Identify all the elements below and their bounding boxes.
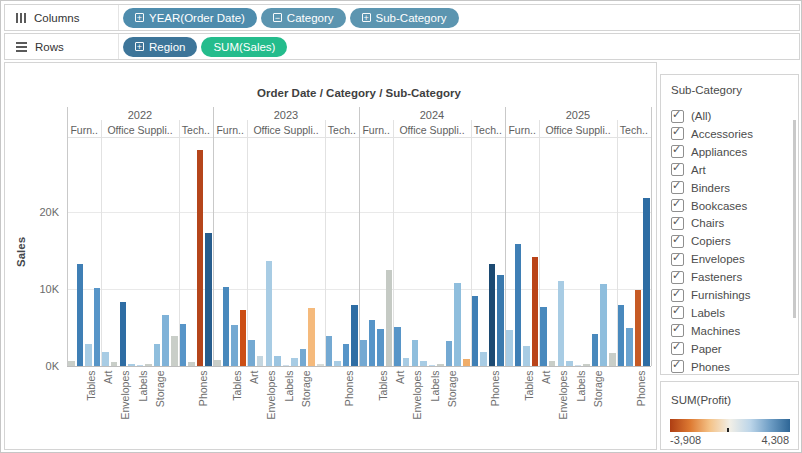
bar-2022-binders[interactable]: [120, 302, 127, 366]
checkbox-checked-icon[interactable]: ✓: [671, 199, 684, 212]
bar-2025-tables[interactable]: [532, 257, 539, 366]
collapse-minus-icon[interactable]: −: [273, 13, 282, 22]
bar-2024-fasteners[interactable]: [429, 365, 436, 366]
bar-2023-supplies[interactable]: [317, 364, 324, 366]
filter-item-envelopes[interactable]: ✓Envelopes: [671, 251, 745, 267]
bar-2025-art[interactable]: [549, 361, 556, 366]
bar-2025-accessories[interactable]: [618, 305, 625, 366]
bar-2024-furnishings[interactable]: [377, 329, 384, 366]
checkbox-checked-icon[interactable]: ✓: [671, 217, 684, 230]
bar-2025-binders[interactable]: [558, 281, 565, 366]
filter-item-all[interactable]: ✓(All): [671, 108, 711, 124]
bar-2024-machines[interactable]: [489, 264, 496, 366]
bar-2022-chairs[interactable]: [77, 264, 84, 366]
checkbox-checked-icon[interactable]: ✓: [671, 127, 684, 140]
checkbox-checked-icon[interactable]: ✓: [671, 145, 684, 158]
bar-2025-labels[interactable]: [583, 364, 590, 366]
expand-plus-icon[interactable]: +: [135, 13, 144, 22]
bar-2022-tables[interactable]: [94, 288, 101, 366]
expand-plus-icon[interactable]: +: [362, 13, 371, 22]
filter-item-appliances[interactable]: ✓Appliances: [671, 144, 747, 160]
filter-item-phones[interactable]: ✓Phones: [671, 359, 730, 375]
bar-2023-binders[interactable]: [266, 261, 273, 366]
bar-2022-accessories[interactable]: [180, 324, 187, 366]
bar-2024-envelopes[interactable]: [420, 361, 427, 366]
filter-item-art[interactable]: ✓Art: [671, 162, 706, 178]
bar-2023-appliances[interactable]: [248, 340, 255, 366]
bar-2023-copiers[interactable]: [334, 361, 341, 366]
pill-category[interactable]: −Category: [261, 8, 346, 28]
filter-item-paper[interactable]: ✓Paper: [671, 341, 722, 357]
bar-2025-envelopes[interactable]: [566, 361, 573, 366]
bar-2023-storage[interactable]: [308, 308, 315, 366]
bar-2025-bookcases[interactable]: [506, 330, 513, 366]
bar-2022-machines[interactable]: [197, 150, 204, 366]
columns-pill-tray[interactable]: +YEAR(Order Date)−Category+Sub-Category: [119, 5, 799, 30]
bar-2023-bookcases[interactable]: [214, 360, 221, 366]
filter-item-machines[interactable]: ✓Machines: [671, 323, 740, 339]
checkbox-checked-icon[interactable]: ✓: [671, 324, 684, 337]
bar-2024-appliances[interactable]: [394, 327, 401, 366]
pill-year-order-date-[interactable]: +YEAR(Order Date): [123, 8, 257, 28]
expand-plus-icon[interactable]: +: [135, 42, 144, 51]
checkbox-checked-icon[interactable]: ✓: [671, 181, 684, 194]
bar-2023-paper[interactable]: [300, 349, 307, 366]
bar-2024-phones[interactable]: [497, 275, 504, 366]
filter-item-binders[interactable]: ✓Binders: [671, 180, 730, 196]
bar-2022-supplies[interactable]: [171, 336, 178, 366]
bar-2022-copiers[interactable]: [188, 362, 195, 366]
bar-2024-accessories[interactable]: [472, 296, 479, 366]
bar-2023-chairs[interactable]: [223, 287, 230, 366]
bar-2023-art[interactable]: [257, 356, 264, 366]
bar-2023-fasteners[interactable]: [283, 365, 290, 366]
bar-2022-phones[interactable]: [205, 233, 212, 366]
bar-2022-art[interactable]: [111, 362, 118, 366]
bar-2023-envelopes[interactable]: [274, 356, 281, 366]
bar-2025-phones[interactable]: [643, 198, 650, 366]
filter-item-labels[interactable]: ✓Labels: [671, 305, 725, 321]
checkbox-checked-icon[interactable]: ✓: [671, 360, 684, 373]
bar-2024-storage[interactable]: [454, 283, 461, 366]
bar-2025-chairs[interactable]: [515, 244, 522, 366]
bar-2022-appliances[interactable]: [102, 352, 109, 366]
bar-2024-bookcases[interactable]: [360, 340, 367, 366]
bar-2025-paper[interactable]: [592, 334, 599, 366]
profit-gradient-bar[interactable]: [670, 419, 790, 432]
rows-pill-tray[interactable]: +RegionSUM(Sales): [119, 34, 799, 59]
bar-2025-copiers[interactable]: [626, 328, 633, 366]
bar-2025-supplies[interactable]: [609, 353, 616, 366]
filter-item-fasteners[interactable]: ✓Fasteners: [671, 269, 742, 285]
pill-sum-sales-[interactable]: SUM(Sales): [201, 37, 287, 57]
bar-2023-phones[interactable]: [351, 305, 358, 366]
bar-2022-bookcases[interactable]: [68, 361, 75, 366]
bar-2022-labels[interactable]: [145, 364, 152, 366]
filter-item-accessories[interactable]: ✓Accessories: [671, 126, 753, 142]
bar-2023-machines[interactable]: [343, 344, 350, 366]
bar-2025-storage[interactable]: [600, 284, 607, 366]
bar-2025-appliances[interactable]: [540, 307, 547, 366]
bar-2022-paper[interactable]: [154, 344, 161, 366]
pill-region[interactable]: +Region: [123, 37, 197, 57]
bar-2023-labels[interactable]: [291, 358, 298, 366]
checkbox-checked-icon[interactable]: ✓: [671, 271, 684, 284]
checkbox-checked-icon[interactable]: ✓: [671, 110, 684, 123]
bar-2024-tables[interactable]: [386, 270, 393, 366]
checkbox-checked-icon[interactable]: ✓: [671, 306, 684, 319]
bar-2022-storage[interactable]: [162, 315, 169, 366]
filter-scrollbar[interactable]: [793, 120, 796, 318]
filter-item-copiers[interactable]: ✓Copiers: [671, 233, 731, 249]
bar-2022-fasteners[interactable]: [137, 365, 144, 366]
bar-2025-machines[interactable]: [635, 290, 642, 366]
checkbox-checked-icon[interactable]: ✓: [671, 289, 684, 302]
bar-2024-labels[interactable]: [437, 364, 444, 366]
bar-2022-furnishings[interactable]: [85, 344, 92, 366]
filter-item-furnishings[interactable]: ✓Furnishings: [671, 287, 750, 303]
checkbox-checked-icon[interactable]: ✓: [671, 342, 684, 355]
filter-item-chairs[interactable]: ✓Chairs: [671, 215, 724, 231]
bar-2022-envelopes[interactable]: [128, 364, 135, 366]
bar-2023-tables[interactable]: [240, 310, 247, 366]
pill-sub-category[interactable]: +Sub-Category: [350, 8, 459, 28]
bar-2023-accessories[interactable]: [326, 336, 333, 366]
bar-2024-paper[interactable]: [446, 341, 453, 366]
bar-2024-supplies[interactable]: [463, 359, 470, 366]
